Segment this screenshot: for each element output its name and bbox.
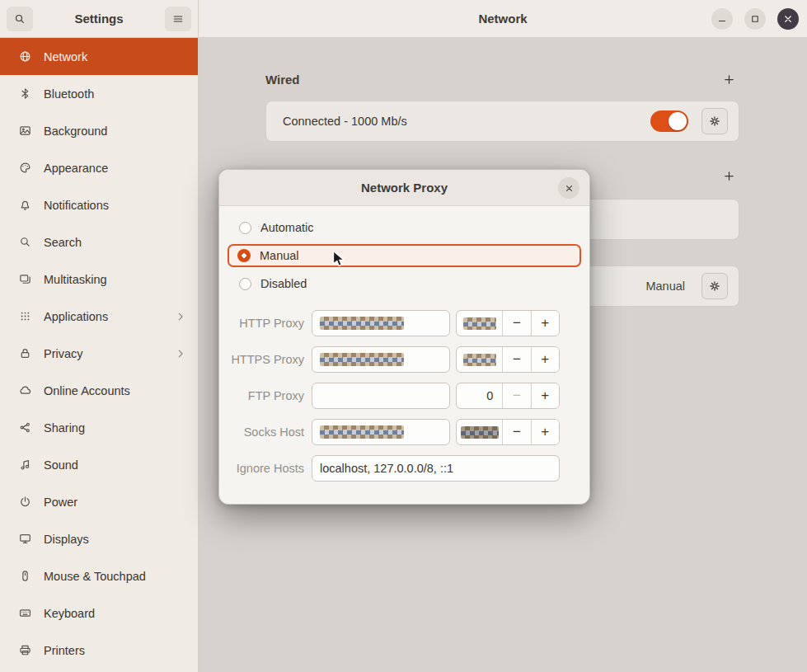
ftp-proxy-row: FTP Proxy 0 − + [219, 383, 589, 409]
socks-host-row: Socks Host − + [219, 419, 589, 445]
sidebar-item-applications[interactable]: Applications [0, 298, 198, 335]
https-proxy-port-spinner: − + [456, 346, 560, 373]
wired-section-title: Wired [265, 73, 300, 87]
sound-icon [18, 458, 32, 472]
sidebar-item-background[interactable]: Background [0, 112, 198, 149]
proxy-mode-value: Manual [645, 280, 685, 293]
network-proxy-dialog: Network Proxy Automatic Manual Disabled … [218, 169, 590, 505]
sidebar-item-label: Printers [44, 644, 186, 657]
applications-icon [18, 309, 32, 323]
port-decrement-button[interactable]: − [502, 383, 530, 408]
sidebar-item-search[interactable]: Search [0, 223, 198, 261]
privacy-icon [18, 346, 32, 360]
keyboard-icon [18, 606, 32, 620]
sidebar-item-label: Power [44, 496, 186, 509]
sidebar-item-displays[interactable]: Displays [0, 520, 198, 557]
ignore-hosts-value: localhost, 127.0.0.0/8, ::1 [320, 462, 453, 475]
wired-section-header: Wired [265, 69, 739, 89]
menu-button[interactable] [165, 7, 191, 31]
https-proxy-host-input[interactable] [312, 346, 450, 373]
http-proxy-host-input[interactable] [312, 310, 450, 336]
http-proxy-port-input[interactable] [457, 311, 502, 336]
sidebar-item-label: Applications [44, 310, 163, 323]
proxy-mode-manual[interactable]: Manual [228, 244, 581, 267]
port-increment-button[interactable]: + [531, 311, 559, 336]
sidebar-item-label: Displays [44, 533, 186, 546]
sidebar-item-label: Mouse & Touchpad [44, 570, 186, 583]
radio-icon [239, 278, 251, 290]
sidebar-item-online-accounts[interactable]: Online Accounts [0, 372, 198, 409]
redacted-port-value [461, 426, 499, 439]
ftp-proxy-label: FTP Proxy [219, 389, 312, 402]
wired-toggle[interactable] [650, 110, 688, 132]
sidebar-item-privacy[interactable]: Privacy [0, 335, 198, 372]
ignore-hosts-input[interactable]: localhost, 127.0.0.0/8, ::1 [312, 455, 560, 482]
sidebar-item-label: Notifications [44, 199, 186, 212]
ftp-proxy-port-input[interactable]: 0 [457, 383, 502, 408]
port-increment-button[interactable]: + [531, 347, 559, 372]
https-proxy-port-input[interactable] [457, 347, 502, 372]
minimize-button[interactable] [711, 8, 733, 30]
http-proxy-label: HTTP Proxy [219, 317, 312, 330]
sidebar-item-network[interactable]: Network [0, 38, 198, 75]
gear-icon [708, 115, 721, 128]
radio-label: Manual [260, 249, 299, 262]
sidebar-item-label: Multitasking [44, 273, 186, 286]
socks-port-spinner: − + [456, 419, 560, 445]
printers-icon [18, 643, 32, 657]
network-icon [18, 49, 32, 63]
port-decrement-button[interactable]: − [502, 311, 530, 336]
socks-port-input[interactable] [457, 420, 502, 444]
wired-settings-button[interactable] [701, 108, 728, 134]
sidebar-item-sharing[interactable]: Sharing [0, 409, 198, 446]
main-headerbar: Network [199, 0, 807, 38]
redacted-host-value [320, 317, 404, 330]
http-proxy-port-spinner: − + [456, 310, 560, 336]
dialog-title: Network Proxy [361, 181, 448, 195]
wired-connection-row[interactable]: Connected - 1000 Mb/s [265, 101, 739, 142]
displays-icon [18, 532, 32, 546]
sidebar-item-appearance[interactable]: Appearance [0, 149, 198, 186]
sidebar-item-notifications[interactable]: Notifications [0, 186, 198, 223]
close-window-button[interactable] [777, 8, 799, 30]
add-vpn-button[interactable] [718, 165, 739, 186]
proxy-mode-automatic[interactable]: Automatic [228, 216, 581, 239]
sidebar-headerbar: Settings [0, 0, 199, 38]
maximize-button[interactable] [744, 8, 766, 30]
plus-icon [723, 73, 735, 86]
sidebar-item-label: Bluetooth [44, 87, 186, 101]
port-decrement-button[interactable]: − [502, 347, 530, 372]
dialog-close-button[interactable] [558, 177, 579, 199]
titlebar: Settings Network [0, 0, 807, 38]
proxy-mode-list: Automatic Manual Disabled [219, 206, 589, 295]
radio-label: Automatic [260, 221, 313, 234]
socks-host-label: Socks Host [219, 425, 312, 439]
sidebar-item-label: Privacy [44, 347, 163, 360]
sidebar-item-label: Sound [44, 458, 186, 472]
port-decrement-button[interactable]: − [502, 420, 530, 444]
sidebar-item-printers[interactable]: Printers [0, 632, 198, 669]
sidebar-item-keyboard[interactable]: Keyboard [0, 594, 198, 632]
toggle-knob [669, 112, 687, 130]
sharing-icon [18, 421, 32, 435]
maximize-icon [750, 14, 760, 24]
sidebar: NetworkBluetoothBackgroundAppearanceNoti… [0, 38, 199, 672]
sidebar-item-sound[interactable]: Sound [0, 446, 198, 483]
sidebar-item-multitasking[interactable]: Multitasking [0, 261, 198, 298]
hamburger-icon [171, 12, 185, 26]
sidebar-item-label: Keyboard [44, 607, 186, 620]
port-increment-button[interactable]: + [531, 383, 559, 408]
ftp-proxy-host-input[interactable] [312, 383, 450, 409]
port-increment-button[interactable]: + [531, 420, 559, 444]
sidebar-item-mouse-touchpad[interactable]: Mouse & Touchpad [0, 557, 198, 594]
proxy-mode-disabled[interactable]: Disabled [228, 272, 581, 295]
search-button[interactable] [7, 7, 33, 31]
add-wired-connection-button[interactable] [718, 68, 739, 90]
proxy-settings-button[interactable] [701, 273, 728, 299]
gear-icon [708, 280, 721, 293]
sidebar-item-power[interactable]: Power [0, 483, 198, 520]
socks-host-input[interactable] [312, 419, 450, 445]
appearance-icon [18, 161, 32, 175]
wired-connection-status: Connected - 1000 Mb/s [283, 115, 407, 128]
sidebar-item-bluetooth[interactable]: Bluetooth [0, 75, 198, 112]
